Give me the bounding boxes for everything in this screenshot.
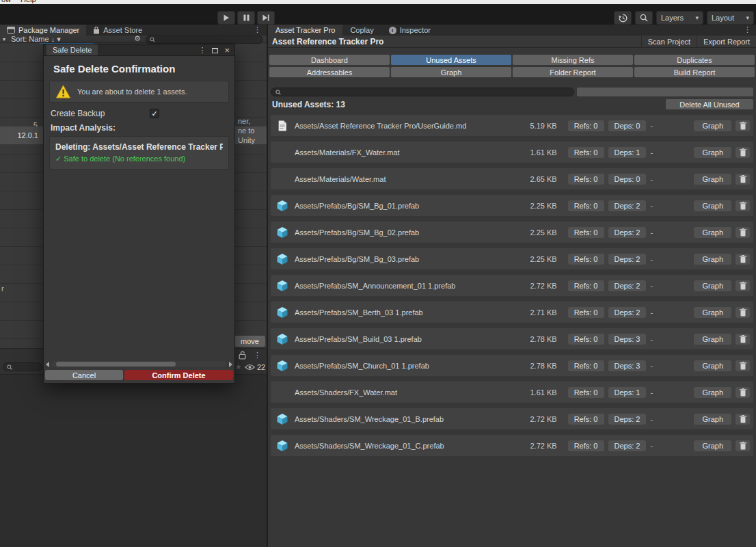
delete-asset-button[interactable] <box>735 280 750 291</box>
project-search-input[interactable] <box>3 362 42 371</box>
delete-asset-button[interactable] <box>735 174 750 185</box>
asset-row[interactable]: Assets/Shaders/SM_Wreckage_01_C.prefab 2… <box>271 435 753 456</box>
cancel-button[interactable]: Cancel <box>45 370 123 380</box>
deps-badge[interactable]: Deps: 1 <box>608 147 647 158</box>
tracker-nav-tab[interactable]: Build Report <box>634 67 755 77</box>
delete-asset-button[interactable] <box>735 227 750 238</box>
package-search-input[interactable] <box>146 36 263 44</box>
refs-badge[interactable]: Refs: 0 <box>568 387 604 398</box>
confirm-delete-button[interactable]: Confirm Delete <box>124 370 233 380</box>
deps-badge[interactable]: Deps: 0 <box>608 120 647 131</box>
refs-badge[interactable]: Refs: 0 <box>568 440 604 451</box>
asset-row[interactable]: Assets/Prefabs/SM_Build_03 1.prefab 2.78… <box>271 328 753 349</box>
tab-asset-tracker-pro[interactable]: Asset Tracker Pro <box>268 25 342 36</box>
graph-button[interactable]: Graph <box>694 387 731 398</box>
tab-inspector[interactable]: i Inspector <box>381 25 438 36</box>
graph-button[interactable]: Graph <box>694 307 731 318</box>
asset-row[interactable]: Assets/Shaders/SM_Wreckage_01_B.prefab 2… <box>271 408 753 429</box>
horizontal-scrollbar[interactable] <box>46 360 232 368</box>
deps-badge[interactable]: Deps: 2 <box>608 414 647 425</box>
asset-row[interactable]: Assets/Asset Reference Tracker Pro/UserG… <box>271 115 753 136</box>
deps-badge[interactable]: Deps: 2 <box>608 254 647 265</box>
close-icon[interactable]: × <box>224 46 230 55</box>
tracker-nav-tab[interactable]: Graph <box>391 67 511 77</box>
asset-row[interactable]: Assets/Prefabs/Bg/SM_Bg_03.prefab 2.25 K… <box>271 248 753 269</box>
delete-all-unused-button[interactable]: Delete All Unused <box>666 99 753 109</box>
play-button[interactable] <box>217 11 235 25</box>
deps-badge[interactable]: Deps: 0 <box>608 174 647 185</box>
menu-item-help[interactable]: Help <box>21 0 36 3</box>
menu-item-window-partial[interactable]: ow <box>1 0 11 3</box>
export-report-button[interactable]: Export Report <box>697 36 756 48</box>
asset-row[interactable]: Assets/Prefabs/Bg/SM_Bg_01.prefab 2.25 K… <box>271 195 753 216</box>
tracker-nav-tab[interactable]: Dashboard <box>269 55 390 65</box>
panel-menu-icon[interactable]: ⋮ <box>254 26 261 34</box>
deps-badge[interactable]: Deps: 2 <box>608 440 647 451</box>
refs-badge[interactable]: Refs: 0 <box>568 174 604 185</box>
unlock-icon[interactable] <box>239 351 246 360</box>
create-backup-checkbox[interactable]: ✓ <box>150 109 159 118</box>
dialog-menu-icon[interactable]: ⋮ <box>198 46 206 54</box>
delete-asset-button[interactable] <box>735 414 750 425</box>
visibility-counter[interactable]: 22 <box>245 363 265 371</box>
layout-dropdown[interactable]: Layout ▾ <box>707 11 754 25</box>
tab-coplay[interactable]: Coplay <box>342 25 381 36</box>
tracker-nav-tab[interactable]: Addressables <box>269 67 390 77</box>
footer-menu-icon[interactable]: ⋮ <box>254 351 261 359</box>
scroll-left-icon[interactable] <box>46 362 49 367</box>
graph-button[interactable]: Graph <box>694 360 731 371</box>
asset-search-input[interactable] <box>271 88 574 96</box>
deps-badge[interactable]: Deps: 2 <box>608 227 647 238</box>
delete-asset-button[interactable] <box>735 387 750 398</box>
asset-row[interactable]: Assets/Materials/Water.mat 2.65 KB Refs:… <box>271 168 753 189</box>
refs-badge[interactable]: Refs: 0 <box>568 280 604 291</box>
graph-button[interactable]: Graph <box>694 440 731 451</box>
graph-button[interactable]: Graph <box>694 174 731 185</box>
tracker-nav-tab[interactable]: Duplicates <box>634 55 755 65</box>
delete-asset-button[interactable] <box>735 360 750 371</box>
refs-badge[interactable]: Refs: 0 <box>568 254 604 265</box>
asset-row[interactable]: Assets/Shaders/FX_Water.mat 1.61 KB Refs… <box>271 382 753 403</box>
refs-badge[interactable]: Refs: 0 <box>568 227 604 238</box>
graph-button[interactable]: Graph <box>694 254 731 265</box>
graph-button[interactable]: Graph <box>694 414 731 425</box>
refs-badge[interactable]: Refs: 0 <box>568 414 604 425</box>
dialog-tab[interactable]: Safe Delete <box>46 44 98 56</box>
deps-badge[interactable]: Deps: 2 <box>608 307 647 318</box>
delete-asset-button[interactable] <box>735 120 750 131</box>
search-button[interactable] <box>635 11 653 25</box>
refs-badge[interactable]: Refs: 0 <box>568 307 604 318</box>
tracker-nav-tab[interactable]: Missing Refs <box>513 55 633 65</box>
delete-asset-button[interactable] <box>735 200 750 211</box>
pause-button[interactable] <box>237 11 255 25</box>
refs-badge[interactable]: Refs: 0 <box>568 120 604 131</box>
scrollbar-track[interactable] <box>51 361 227 367</box>
scroll-right-icon[interactable] <box>229 362 232 367</box>
refs-badge[interactable]: Refs: 0 <box>568 334 604 345</box>
delete-asset-button[interactable] <box>735 307 750 318</box>
deps-badge[interactable]: Deps: 1 <box>608 387 647 398</box>
asset-row[interactable]: Assets/Prefabs/Bg/SM_Bg_02.prefab 2.25 K… <box>271 222 753 243</box>
delete-asset-button[interactable] <box>735 440 750 451</box>
gear-icon[interactable]: ⚙ <box>134 34 141 43</box>
sort-dropdown[interactable]: Sort: Name ↓ ▾ <box>11 35 61 44</box>
scrollbar-thumb[interactable] <box>56 362 176 366</box>
deps-badge[interactable]: Deps: 3 <box>608 334 647 345</box>
refs-badge[interactable]: Refs: 0 <box>568 200 604 211</box>
asset-row[interactable]: Assets/Prefabs/SM_Berth_03 1.prefab 2.71… <box>271 302 753 323</box>
graph-button[interactable]: Graph <box>694 200 731 211</box>
deps-badge[interactable]: Deps: 2 <box>608 280 647 291</box>
filter-dropdown[interactable] <box>577 88 753 96</box>
graph-button[interactable]: Graph <box>694 120 731 131</box>
asset-row[interactable]: Assets/Prefabs/SM_Announcement_01 1.pref… <box>271 275 753 296</box>
graph-button[interactable]: Graph <box>694 334 731 345</box>
graph-button[interactable]: Graph <box>694 280 731 291</box>
asset-row[interactable]: Assets/Materials/FX_Water.mat 1.61 KB Re… <box>271 142 753 163</box>
delete-asset-button[interactable] <box>735 334 750 345</box>
tracker-nav-tab[interactable]: Folder Report <box>513 67 633 77</box>
refs-badge[interactable]: Refs: 0 <box>568 360 604 371</box>
refs-badge[interactable]: Refs: 0 <box>568 147 604 158</box>
graph-button[interactable]: Graph <box>694 227 731 238</box>
scan-project-button[interactable]: Scan Project <box>641 36 697 48</box>
delete-asset-button[interactable] <box>735 254 750 265</box>
